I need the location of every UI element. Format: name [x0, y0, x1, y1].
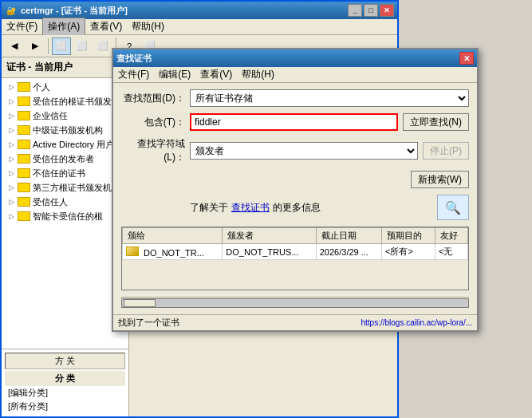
tree-item-untrusted[interactable]: ▷ 不信任的证书 — [3, 166, 127, 180]
col-expiry[interactable]: 截止日期 — [316, 228, 381, 244]
tree-label-untrusted: 不信任的证书 — [33, 168, 85, 179]
tree-label-personal: 个人 — [33, 81, 50, 93]
tree-label-trusted-people: 受信任人 — [33, 196, 68, 208]
tree-expand-smartcard: ▷ — [5, 210, 18, 223]
dialog-status-bar: 找到了一个证书 https://blogs.cailin.ac/wp-lora/… — [113, 314, 477, 330]
col-issued-to[interactable]: 颁给 — [123, 228, 223, 244]
tree-item-trusted-people[interactable]: ▷ 受信任人 — [3, 195, 127, 209]
left-panel: 证书 - 当前用户 ▷ 个人 ▷ 受信任的根证书颁发机构 ▷ 企业信任 — [2, 57, 129, 416]
tree-expand-trusted-root: ▷ — [5, 95, 18, 108]
dialog-title-bar: 查找证书 ✕ — [113, 49, 477, 67]
info-row: 了解关于 查找证书 的更多信息 🔍 — [121, 195, 469, 220]
category-section: 分 类 [编辑分类] [所有分类] — [5, 371, 125, 413]
tree-area: ▷ 个人 ▷ 受信任的根证书颁发机构 ▷ 企业信任 ▷ 中级证书 — [2, 78, 128, 349]
info-text-after: 的更多信息 — [273, 201, 321, 215]
tree-item-third-party[interactable]: ▷ 第三方根证书颁发机构 — [3, 180, 127, 195]
search-scope-label: 查找范围(D)： — [121, 92, 185, 105]
forward-button[interactable]: ▶ — [26, 37, 45, 55]
results-table: 颁给 颁发者 截止日期 预期目的 友好 DO_NOT_TR... DO_NOT_… — [122, 227, 468, 260]
toolbar-btn-3[interactable]: ⬜ — [93, 37, 112, 55]
folder-icon-enterprise — [18, 111, 30, 120]
left-panel-header: 证书 - 当前用户 — [2, 57, 128, 78]
tree-item-trusted-root[interactable]: ▷ 受信任的根证书颁发机构 — [3, 94, 127, 108]
search-field-row: 查找字符域(L)： 颁发者 停止(P) — [121, 137, 469, 164]
search-scope-select[interactable]: 所有证书存储 — [190, 89, 469, 107]
cell-issued-to: DO_NOT_TR... — [123, 244, 223, 260]
dialog-menu-file[interactable]: 文件(F) — [113, 66, 154, 83]
results-table-container: 颁给 颁发者 截止日期 预期目的 友好 DO_NOT_TR... DO_NOT_… — [121, 227, 469, 290]
dialog-menu-bar: 文件(F) 编辑(E) 查看(V) 帮助(H) — [113, 67, 477, 83]
maximize-button[interactable]: □ — [364, 4, 378, 17]
tree-expand-personal: ▷ — [5, 81, 18, 93]
tree-label-third-party: 第三方根证书颁发机构 — [33, 182, 120, 194]
toolbar-btn-2[interactable]: ⬜ — [73, 37, 92, 55]
search-now-button[interactable]: 立即查找(N) — [403, 113, 469, 131]
col-purpose[interactable]: 预期目的 — [382, 228, 435, 244]
tree-expand-untrusted: ▷ — [5, 167, 18, 179]
category-title: 分 类 — [5, 371, 125, 386]
tree-item-ad[interactable]: ▷ Active Directory 用户对象 — [3, 137, 127, 152]
main-menu-bar: 文件(F) 操作(A) 查看(V) 帮助(H) — [2, 19, 397, 35]
toolbar-sep-1 — [48, 38, 49, 54]
tree-item-trusted-publisher[interactable]: ▷ 受信任的发布者 — [3, 152, 127, 166]
title-buttons: _ □ ✕ — [348, 4, 394, 17]
app-icon: 🔐 — [5, 4, 18, 17]
col-issued-by[interactable]: 颁发者 — [223, 228, 316, 244]
search-field-label: 查找字符域(L)： — [121, 137, 185, 164]
folder-icon-personal — [18, 82, 30, 92]
horizontal-scrollbar[interactable] — [121, 298, 469, 308]
new-search-button[interactable]: 新搜索(W) — [411, 171, 469, 188]
info-text: 了解关于 — [190, 201, 228, 215]
back-button[interactable]: ◀ — [5, 37, 24, 55]
table-row[interactable]: DO_NOT_TR... DO_NOT_TRUS... 2026/3/29 ..… — [123, 244, 468, 260]
status-link[interactable]: https://blogs.cailin.ac/wp-lora/... — [361, 318, 472, 327]
folder-icon-trusted-publisher — [18, 154, 30, 164]
menu-action[interactable]: 操作(A) — [42, 18, 85, 36]
tree-label-smartcard: 智能卡受信任的根 — [33, 211, 103, 223]
dialog-title-text: 查找证书 — [116, 53, 459, 65]
tree-item-enterprise[interactable]: ▷ 企业信任 — [3, 108, 127, 123]
dialog-menu-view[interactable]: 查看(V) — [195, 66, 237, 83]
minimize-button[interactable]: _ — [348, 4, 362, 17]
horizontal-scrollbar-area — [121, 297, 469, 308]
folder-icon-trusted-people — [18, 197, 30, 207]
tree-label-intermediate: 中级证书颁发机构 — [33, 124, 103, 136]
contains-input[interactable] — [190, 113, 398, 131]
left-panel-bottom: 方 关 分 类 [编辑分类] [所有分类] — [2, 349, 128, 416]
search-scope-row: 查找范围(D)： 所有证书存储 — [121, 89, 469, 107]
cell-friendly: <无 — [435, 244, 467, 260]
folder-icon-untrusted — [18, 168, 30, 178]
tree-item-personal[interactable]: ▷ 个人 — [3, 80, 127, 94]
folder-icon-trusted-root — [18, 97, 30, 106]
search-field-select[interactable]: 颁发者 — [190, 142, 418, 160]
tree-item-intermediate[interactable]: ▷ 中级证书颁发机构 — [3, 123, 127, 137]
tree-label-trusted-publisher: 受信任的发布者 — [33, 153, 94, 165]
tree-expand-enterprise: ▷ — [5, 109, 18, 122]
dialog-close-button[interactable]: ✕ — [459, 52, 474, 65]
tree-item-smartcard[interactable]: ▷ 智能卡受信任的根 — [3, 209, 127, 223]
scrollbar-thumb[interactable] — [124, 299, 156, 307]
info-link[interactable]: 查找证书 — [231, 201, 270, 215]
col-friendly[interactable]: 友好 — [435, 228, 467, 244]
cert-icon — [126, 246, 139, 256]
folder-icon-ad — [18, 140, 30, 149]
contains-row: 包含(T)： 立即查找(N) — [121, 113, 469, 131]
main-title-bar: 🔐 certmgr - [证书 - 当前用户] _ □ ✕ — [2, 2, 397, 19]
tree-expand-third-party: ▷ — [5, 181, 18, 194]
main-window-title: certmgr - [证书 - 当前用户] — [21, 5, 348, 17]
menu-file[interactable]: 文件(F) — [2, 18, 42, 35]
contains-label: 包含(T)： — [121, 116, 185, 129]
menu-view[interactable]: 查看(V) — [85, 18, 127, 35]
find-certificate-dialog: 查找证书 ✕ 文件(F) 编辑(E) 查看(V) 帮助(H) 查找范围(D)： … — [112, 48, 479, 332]
dialog-menu-help[interactable]: 帮助(H) — [237, 66, 279, 83]
menu-help[interactable]: 帮助(H) — [127, 18, 169, 35]
dialog-menu-edit[interactable]: 编辑(E) — [154, 66, 195, 83]
folder-icon-intermediate — [18, 125, 30, 135]
cell-expiry: 2026/3/29 ... — [316, 244, 381, 260]
category-item-all[interactable]: [所有分类] — [5, 400, 125, 413]
tree-expand-trusted-publisher: ▷ — [5, 152, 18, 165]
cell-issued-by: DO_NOT_TRUS... — [223, 244, 316, 260]
toolbar-btn-1[interactable]: ⬜ — [52, 37, 71, 55]
close-button[interactable]: ✕ — [380, 4, 394, 17]
category-item-edit[interactable]: [编辑分类] — [5, 386, 125, 400]
